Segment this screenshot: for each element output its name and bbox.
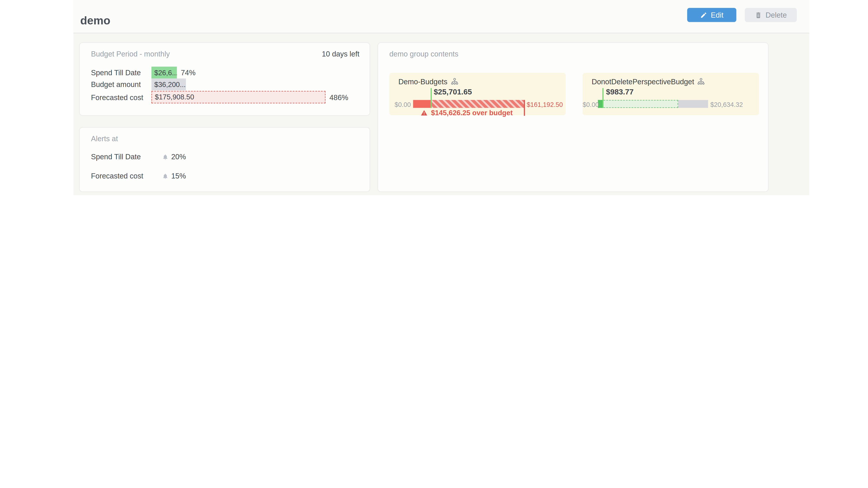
alerts-title: Alerts at: [91, 134, 118, 143]
group-budget-name-label: Demo-Budgets: [399, 77, 447, 86]
spend-marker-line: [430, 88, 432, 108]
bar-max-label: $161,192.50: [527, 101, 563, 108]
budget-period-row-label: Spend Till Date: [91, 68, 152, 77]
alert-threshold-value: 15%: [171, 172, 186, 180]
page-title: demo: [80, 14, 110, 27]
bar-min-label: $0.00: [583, 101, 596, 108]
warning-icon: [420, 109, 428, 116]
bell-icon: [162, 173, 168, 180]
top-bar: demo Edit Delete: [73, 0, 809, 33]
delete-button-label: Delete: [766, 11, 787, 20]
edit-button-label: Edit: [711, 11, 723, 20]
group-budget-name: Demo-Budgets: [399, 77, 458, 86]
bar-max-label: $20,634.32: [710, 101, 743, 108]
budget-period-value: $175,908.50: [155, 93, 194, 101]
budget-period-percent: 74%: [181, 68, 195, 77]
budget-period-percent: 486%: [330, 93, 348, 101]
trash-icon: [755, 11, 762, 19]
alert-row-label: Spend Till Date: [91, 153, 162, 161]
group-budget-card[interactable]: Demo-Budgets$145,626.25 over budget$25,7…: [390, 73, 566, 116]
group-budget-bar: [598, 100, 708, 108]
budget-period-value-bar: $26,6...: [151, 67, 177, 78]
over-budget-text: $145,626.25 over budget: [431, 109, 513, 117]
budget-period-value-bar: $36,200....: [151, 78, 186, 91]
budget-period-row: Budget amount$36,200....: [91, 78, 186, 91]
bar-end-line: [524, 100, 525, 116]
delete-button[interactable]: Delete: [745, 8, 797, 22]
budget-period-row: Spend Till Date$26,6...74%: [91, 67, 196, 78]
edit-button[interactable]: Edit: [687, 8, 737, 22]
over-budget-label: $145,626.25 over budget: [413, 109, 520, 117]
budget-period-row: Forecasted cost$175,908.50486%: [91, 91, 348, 103]
budget-period-value-bar: $175,908.50: [151, 91, 326, 103]
group-budget-amount: $25,701.65: [434, 88, 472, 96]
alert-row: Forecasted cost15%: [91, 172, 186, 180]
budget-period-card: Budget Period - monthly 10 days left Spe…: [79, 42, 370, 116]
alert-row: Spend Till Date20%: [91, 153, 186, 161]
budget-period-row-label: Budget amount: [91, 80, 152, 89]
budget-period-value: $36,200....: [154, 80, 186, 88]
forecast-segment: [598, 100, 678, 108]
group-budget-amount: $983.77: [606, 88, 633, 96]
spend-segment: [413, 100, 431, 108]
alerts-card: Alerts at Spend Till Date20%Forecasted c…: [79, 127, 370, 192]
group-budget-name: DonotDeletePerspectiveBudget: [592, 77, 705, 86]
page: demo Edit Delete Budget Period - monthly…: [0, 0, 868, 195]
pencil-icon: [700, 11, 707, 18]
spend-marker-line: [602, 88, 604, 108]
alert-threshold-value: 20%: [171, 153, 186, 161]
group-contents-card: demo group contents Demo-Budgets$145,626…: [377, 42, 769, 192]
days-left-label: 10 days left: [322, 50, 360, 58]
org-chart-icon: [451, 78, 458, 86]
alert-row-label: Forecasted cost: [91, 172, 162, 180]
over-budget-stripes: [431, 100, 524, 108]
bell-icon: [162, 153, 168, 160]
budget-period-title: Budget Period - monthly: [91, 50, 170, 58]
org-chart-icon: [698, 78, 705, 86]
group-budget-name-label: DonotDeletePerspectiveBudget: [592, 77, 694, 86]
group-budget-card[interactable]: DonotDeletePerspectiveBudget$983.77$0.00…: [583, 73, 759, 116]
budget-period-value: $26,6...: [154, 69, 177, 76]
group-contents-title: demo group contents: [390, 50, 458, 58]
bar-min-label: $0.00: [390, 101, 411, 108]
budget-period-row-label: Forecasted cost: [91, 93, 152, 101]
group-budget-bar: [413, 100, 525, 108]
